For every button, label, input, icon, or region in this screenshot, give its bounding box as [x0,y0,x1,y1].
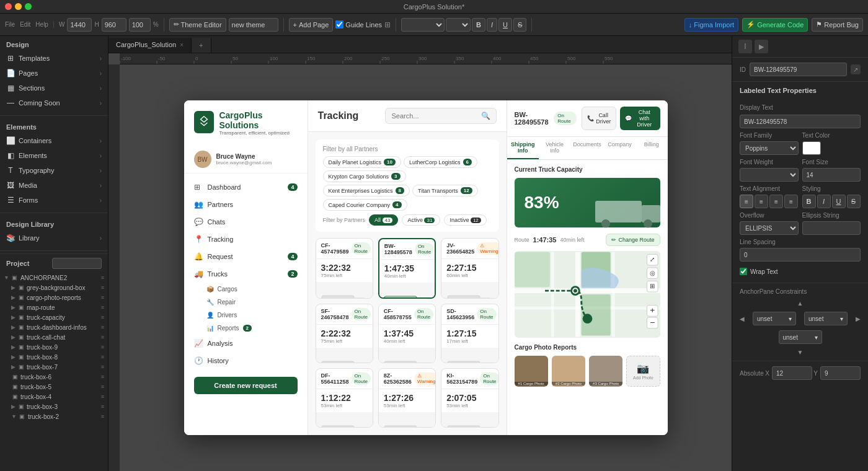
layer-truck-call[interactable]: ▶ ▣ truck-call-chat ≡ [0,332,108,342]
canvas-area[interactable]: -100 -50 0 50 100 150 200 [108,53,732,471]
wrap-text-checkbox[interactable] [740,268,747,275]
left-arrow[interactable]: ◀ [740,315,745,322]
nav-reports[interactable]: 📊 Reports 2 [206,322,308,335]
sidebar-item-coming-soon[interactable]: — Coming Soon › [0,95,108,110]
truck-card-8[interactable]: 8Z-625362586 ⚠ Warning 1:27:26 53min lef… [378,368,436,428]
filter-all-btn[interactable]: All 43 [369,214,398,226]
font-size-select[interactable] [446,18,471,32]
add-page-btn[interactable]: + Add Page [289,18,334,32]
italic-style-btn[interactable]: I [817,195,831,208]
nav-request[interactable]: 🔔 Request 4 [184,248,308,265]
call-driver-btn[interactable]: 📞 Call Driver [582,107,616,130]
nav-chats[interactable]: 💬 Chats [184,213,308,231]
font-weight-dropdown[interactable] [740,168,799,182]
bold-style-btn[interactable]: B [802,195,816,208]
panel-icon-video[interactable]: ▶ [755,40,768,53]
nav-analysis[interactable]: 📈 Analysis [184,335,308,352]
tag-caped[interactable]: Caped Courier Company 4 [323,199,407,211]
zoom-input[interactable] [129,18,151,32]
sidebar-item-templates[interactable]: ⊞ Templates › [0,51,108,66]
constraint-left-btn[interactable]: unset ▾ [753,312,796,325]
tab-company[interactable]: Company [604,137,636,159]
cargo-search[interactable]: 🔍 [385,108,497,124]
constraint-bottom-btn[interactable]: unset ▾ [779,330,822,344]
underline-style-btn[interactable]: U [832,195,846,208]
nav-trucks[interactable]: 🚚 Trucks 2 [184,265,308,283]
theme-input[interactable] [229,18,278,32]
truck-card-2[interactable]: BW-128495578 On Route 1:47:35 40min left [378,238,436,299]
nav-cargos[interactable]: 📦 Cargos [206,283,308,296]
sidebar-item-sections[interactable]: ▦ Sections › [0,81,108,95]
truck-card-7[interactable]: DF-556411258 On Route 1:12:22 53min left [316,368,373,428]
layer-truck-box-8[interactable]: ▶ ▣ truck-box-8 ≡ [0,352,108,362]
layer-truck-box-7[interactable]: ▶ ▣ truck-box-7 ≡ [0,362,108,372]
nav-dashboard[interactable]: ⊞ Dashboard 4 [184,178,308,196]
nav-partners[interactable]: 👥 Partners [184,196,308,213]
truck-card-9[interactable]: KI-5623154789 On Route 2:07:05 53min lef… [441,368,498,428]
nav-drivers[interactable]: 👤 Drivers [206,309,308,322]
font-family-select[interactable] [401,18,445,32]
change-route-btn[interactable]: ✏ Change Route [606,234,660,246]
panel-icon-inspector[interactable]: I [738,40,752,53]
layer-grey-bg[interactable]: ▶ ▣ grey-background-box ≡ [0,283,108,293]
figma-import-btn[interactable]: ↓ Figma Import [684,18,738,32]
grid-icon[interactable]: ⊞ [384,20,391,29]
create-request-btn[interactable]: Create new request [194,377,298,394]
truck-card-5[interactable]: CF-458578755 On Route 1:37:45 40min left [378,304,436,363]
align-justify-btn[interactable]: ≡ [784,195,798,208]
layer-truck-box-6[interactable]: ▣ truck-box-6 ≡ [0,372,108,382]
layer-truck-box-5[interactable]: ▣ truck-box-5 ≡ [0,382,108,392]
tab-close-icon[interactable]: × [180,42,184,48]
report-bug-btn[interactable]: ⚑ Report Bug [812,18,863,32]
truck-card-4[interactable]: SF-246758478 On Route 2:22:32 75min left [316,304,373,363]
filter-inactive-btn[interactable]: Inactive 12 [444,214,486,226]
layer-truck-dashboard[interactable]: ▶ ▣ truck-dashboard-infos ≡ [0,322,108,332]
align-left-btn[interactable]: ≡ [740,195,753,208]
ellipsis-input[interactable] [802,221,861,235]
line-spacing-input[interactable] [740,248,861,262]
sidebar-item-forms[interactable]: ☰ Forms › [0,193,108,208]
width-input[interactable] [67,18,92,32]
down-arrow[interactable]: ▼ [797,349,804,356]
tag-krypton[interactable]: Krypton Cargo Solutions 3 [323,170,406,182]
align-right-btn[interactable]: ≡ [769,195,783,208]
id-action-icon[interactable]: ↗ [851,64,861,74]
underline-btn[interactable]: U [498,18,512,32]
tab-billing[interactable]: Billing [636,137,667,159]
minimize-button[interactable] [15,3,22,10]
maximize-button[interactable] [25,3,32,10]
add-photo-btn[interactable]: 📷 Add Photo [626,356,660,387]
layer-truck-box-4[interactable]: ▣ truck-box-4 ≡ [0,392,108,402]
layer-truck-box-3[interactable]: ▶ ▣ truck-box-3 ≡ [0,402,108,412]
layer-truck-box-9[interactable]: ▶ ▣ truck-box-9 ≡ [0,342,108,352]
layer-anchorpane2[interactable]: ▼ ▣ ANCHORPANE2 ≡ [0,273,108,283]
text-color-swatch[interactable] [802,141,821,155]
bold-btn[interactable]: B [472,18,485,32]
tab-new[interactable]: + [192,38,211,53]
tab-vehicle-info[interactable]: Vehicle Info [539,137,570,159]
tag-kent[interactable]: Kent Enterprises Logistics 8 [323,185,410,196]
sidebar-item-pages[interactable]: 📄 Pages › [0,66,108,81]
strikethrough-btn[interactable]: S [513,18,526,32]
tab-cargoplusSolution[interactable]: CargoPlus_Solution × [108,38,192,53]
layer-truck-box-2[interactable]: ▼ ▣ truck-box-2 ≡ [0,412,108,421]
align-center-btn[interactable]: ≡ [755,195,768,208]
tag-luther-corp[interactable]: LutherCorp Logistics 6 [404,156,477,168]
id-input[interactable] [750,63,847,76]
layer-map-route[interactable]: ▶ ▣ map-route ≡ [0,302,108,312]
nav-history[interactable]: 🕐 History [184,352,308,369]
close-button[interactable] [5,3,12,10]
sidebar-item-library[interactable]: 📚 Library › [0,231,108,245]
tab-documents[interactable]: Documents [570,137,604,159]
font-family-dropdown[interactable]: Poppins [740,141,799,155]
help-menu[interactable]: Help [35,21,48,28]
sidebar-item-containers[interactable]: ⬜ Containers › [0,133,108,148]
chat-driver-btn[interactable]: 💬 Chat with Driver [620,107,660,130]
nav-tracking[interactable]: 📍 Tracking [184,231,308,248]
search-input[interactable] [392,112,477,120]
nav-repair[interactable]: 🔧 Repair [206,296,308,309]
guide-lines-checkbox[interactable]: Guide Lines [335,20,382,29]
overflow-dropdown[interactable]: ELLIPSIS [740,221,799,235]
layer-cargo-photo[interactable]: ▶ ▣ cargo-photo-reports ≡ [0,293,108,302]
tag-titan[interactable]: Titan Transports 12 [412,185,478,196]
